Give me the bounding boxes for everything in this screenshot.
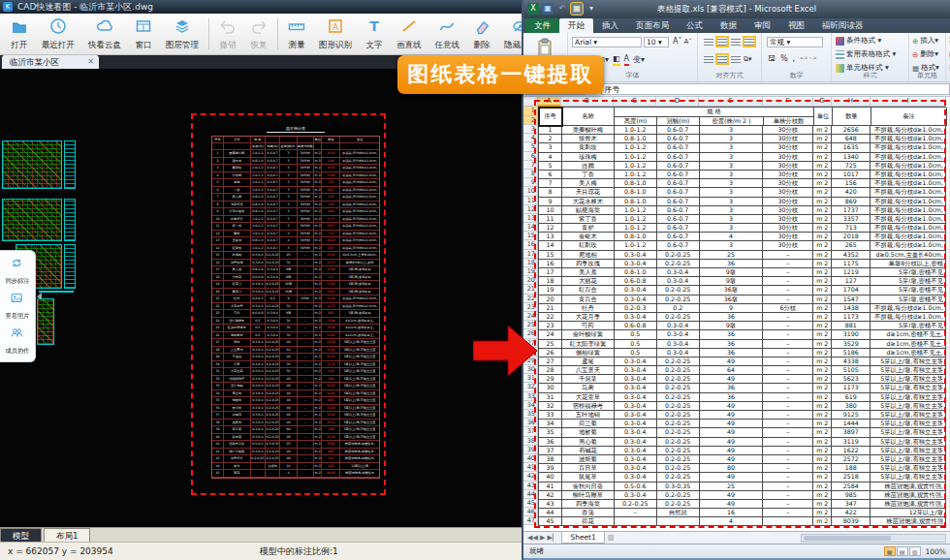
row-header-32[interactable]: 32 <box>523 383 538 391</box>
table-cell[interactable]: 四季海棠 <box>562 500 615 509</box>
table-cell[interactable]: 不拼栽,每分枝d≥1.0cm, <box>871 241 946 250</box>
table-cell[interactable]: 0.6-0.7 <box>657 198 700 206</box>
table-cell[interactable]: 鸢尾 <box>562 358 615 366</box>
table-cell[interactable]: 127 <box>832 277 871 286</box>
row-header-46[interactable]: 46 <box>523 508 538 516</box>
table-cell[interactable]: 侧柏绿篱 <box>562 349 615 358</box>
table-cell[interactable]: 不拼栽,每分枝d≥1.0cm, <box>871 233 946 241</box>
table-cell[interactable]: 14 <box>539 241 562 250</box>
ribbon-tab-2[interactable]: 插入 <box>593 18 627 33</box>
table-cell[interactable]: – <box>763 330 813 339</box>
table-cell[interactable]: 4 <box>539 153 562 162</box>
table-cell[interactable]: 3 <box>700 224 764 233</box>
table-header-cell[interactable]: 规 格 <box>615 108 814 117</box>
table-cell[interactable]: 鼠尾草 <box>562 473 615 482</box>
table-header-cell[interactable]: 单位 <box>814 108 833 126</box>
table-cell[interactable]: m 2 <box>813 322 832 330</box>
table-cell[interactable]: m 2 <box>813 340 832 349</box>
table-cell[interactable]: 0.2-0.25 <box>657 464 700 473</box>
row-header-16[interactable]: 16 <box>523 240 538 249</box>
toolbar-button[interactable]: 图层管理 <box>159 15 206 53</box>
table-cell[interactable]: m 2 <box>813 206 832 215</box>
table-cell[interactable]: 3 <box>539 143 562 152</box>
save-icon[interactable]: ▣ <box>542 3 554 15</box>
table-cell[interactable]: 0.6-0.7 <box>657 126 700 135</box>
table-cell[interactable]: 荷花 <box>562 517 615 526</box>
table-cell[interactable]: 3 <box>700 153 764 162</box>
table-cell[interactable]: m 2 <box>813 188 832 197</box>
table-cell[interactable]: 619 <box>832 393 871 402</box>
table-cell[interactable]: 黄百合 <box>562 296 615 304</box>
table-cell[interactable]: 5芽以上/墩,有独立主茎 <box>871 384 946 392</box>
table-cell[interactable]: 265 <box>832 241 871 250</box>
align-top-button[interactable] <box>704 38 713 46</box>
table-cell[interactable]: 单墩8分枝以上,密植 <box>871 260 946 268</box>
table-cell[interactable]: 0.3-0.4 <box>615 296 657 304</box>
table-cell[interactable]: – <box>763 428 813 437</box>
table-cell[interactable]: 马蔺 <box>562 384 615 392</box>
table-cell[interactable]: 地被菊 <box>562 428 615 437</box>
table-cell[interactable]: 1.0-1.2 <box>615 215 657 224</box>
table-cell[interactable]: 株苗冠饱满,观赏性强, <box>871 482 946 491</box>
table-cell[interactable]: 0.2-0.25 <box>657 375 700 384</box>
ribbon-tab-7[interactable]: 视图 <box>779 18 813 33</box>
table-cell[interactable]: m 2 <box>813 330 832 339</box>
table-cell[interactable]: – <box>615 509 657 517</box>
table-cell[interactable]: 0.2-0.25 <box>657 366 700 375</box>
table-cell[interactable]: 3 <box>700 179 764 188</box>
table-cell[interactable]: m 2 <box>813 411 832 420</box>
table-cell[interactable]: 千屈菜 <box>562 375 615 384</box>
cad-thumbnail-strip[interactable] <box>64 199 76 241</box>
table-cell[interactable]: 5芽以上/墩,有独立主茎 <box>871 455 946 464</box>
table-cell[interactable]: m 2 <box>813 251 832 260</box>
align-left-button[interactable] <box>704 55 713 63</box>
shrink-font-button[interactable]: A˅ <box>683 37 691 47</box>
table-cell[interactable]: 0.3-0.4 <box>615 428 657 437</box>
table-cell[interactable]: 0.2-0.25 <box>657 420 700 428</box>
table-cell[interactable]: 30 <box>539 384 562 392</box>
table-cell[interactable]: 0.2-0.25 <box>657 428 700 437</box>
table-cell[interactable]: 725 <box>832 162 871 171</box>
table-cell[interactable]: 珍珠梅 <box>562 153 615 162</box>
row-header-5[interactable]: 5 <box>523 142 538 151</box>
table-cell[interactable]: 30分枝 <box>763 171 813 179</box>
table-cell[interactable]: 3 <box>700 215 764 224</box>
table-cell[interactable]: 1.0-1.2 <box>615 126 657 135</box>
chevron-down-icon[interactable]: ▾ <box>586 3 597 15</box>
table-cell[interactable]: 3 <box>700 241 764 250</box>
orientation-button[interactable] <box>744 38 754 46</box>
table-header-cell[interactable]: 密度(株/m 2 ) <box>700 117 764 127</box>
table-cell[interactable]: 17 <box>539 268 562 277</box>
horizontal-scrollbar[interactable] <box>801 534 946 543</box>
table-cell[interactable]: 49 <box>700 428 764 437</box>
table-cell[interactable]: 25 <box>700 482 764 491</box>
table-header-cell[interactable]: 冠幅(m) <box>657 117 700 127</box>
table-cell[interactable]: – <box>763 313 813 322</box>
table-cell[interactable]: 42 <box>539 491 562 500</box>
table-cell[interactable]: 1173 <box>832 384 871 392</box>
table-cell[interactable]: 0.3-0.4 <box>615 366 657 375</box>
column-header-A[interactable]: A <box>538 97 561 107</box>
table-cell[interactable]: 0.3-0.4 <box>615 473 657 482</box>
table-cell[interactable]: 美人蕉 <box>562 268 615 277</box>
table-cell[interactable]: 347 <box>832 500 871 509</box>
table-cell[interactable]: 11 <box>539 215 562 224</box>
table-cell[interactable]: 3 <box>700 126 764 135</box>
table-cell[interactable]: 30分枝 <box>763 233 813 241</box>
table-cell[interactable]: m 2 <box>813 268 832 277</box>
table-cell[interactable]: 1017 <box>832 171 871 179</box>
table-cell[interactable]: 1175 <box>832 260 871 268</box>
table-cell[interactable]: 0.6-0.7 <box>657 179 700 188</box>
row-header-13[interactable]: 13 <box>523 214 538 223</box>
row-header-45[interactable]: 45 <box>523 499 538 508</box>
table-cell[interactable]: 30分枝 <box>763 198 813 206</box>
table-cell[interactable]: m 2 <box>813 143 832 152</box>
decimal-buttons[interactable]: ⁺·⁰ ⁻·⁰ <box>800 54 816 64</box>
table-cell[interactable]: 0.3-0.4 <box>615 491 657 500</box>
table-cell[interactable]: 0.5 <box>615 340 657 349</box>
table-cell[interactable]: m 2 <box>813 304 832 313</box>
table-cell[interactable]: 不拼栽,每分枝d≥1.0cm, <box>871 198 946 206</box>
row-header-2[interactable]: 2 <box>523 116 538 126</box>
cad-drawing-table[interactable]: 苗木统计表 序号名称规 格单位数量备注高度(m)冠幅(m)密度(株/m 2 )单… <box>211 126 380 479</box>
table-cell[interactable]: 15 <box>539 251 562 260</box>
